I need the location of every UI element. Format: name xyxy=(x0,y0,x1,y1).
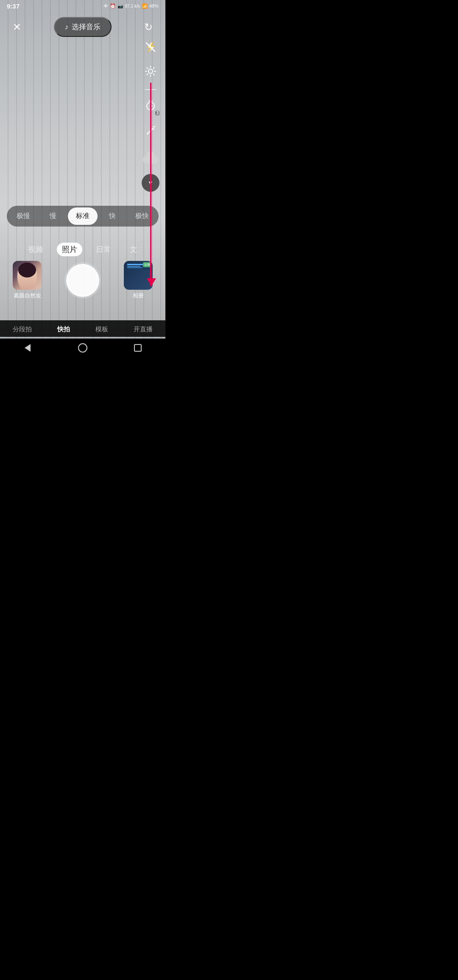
speed-very-fast[interactable]: 极快 xyxy=(127,207,157,225)
beauty-thumb-image xyxy=(13,261,42,290)
status-icons: 👁 ⏰ 📷 87.1 k/s 📶 48% xyxy=(103,3,159,9)
settings-button[interactable] xyxy=(142,64,159,81)
nav-live[interactable]: 开直播 xyxy=(134,325,153,333)
close-icon: ✕ xyxy=(13,21,21,33)
red-arrow-annotation xyxy=(150,83,151,286)
red-arrow-head xyxy=(147,278,156,286)
status-bar: 9:37 👁 ⏰ 📷 87.1 k/s 📶 48% xyxy=(0,0,165,12)
nav-back-button[interactable] xyxy=(19,342,36,354)
mode-tabs: 视频 照片 日常 文 xyxy=(0,243,165,256)
tab-text[interactable]: 文 xyxy=(125,243,142,256)
svg-text:✦: ✦ xyxy=(153,128,155,131)
signal-text: 87.1 k/s xyxy=(125,4,140,8)
back-icon xyxy=(25,344,31,352)
nav-template[interactable]: 模板 xyxy=(95,325,108,333)
speed-selector: 极慢 慢 标准 快 极快 xyxy=(0,206,165,227)
eye-icon: 👁 xyxy=(103,3,108,8)
tab-photo[interactable]: 照片 xyxy=(57,243,82,256)
app-container: 9:37 👁 ⏰ 📷 87.1 k/s 📶 48% ✕ ♪ 选择音乐 ↻ ⚡ xyxy=(0,0,165,358)
status-time: 9:37 xyxy=(7,3,20,10)
gallery-label: 素颜自然妆 xyxy=(14,292,41,300)
bottom-nav: 分段拍 快拍 模板 开直播 xyxy=(0,320,165,337)
close-button[interactable]: ✕ xyxy=(8,19,25,36)
nav-quick-shoot[interactable]: 快拍 xyxy=(57,325,70,333)
nav-home-button[interactable] xyxy=(74,342,91,354)
speed-slow[interactable]: 慢 xyxy=(38,207,68,225)
camera-icon: 📷 xyxy=(117,3,123,9)
svg-text:✦: ✦ xyxy=(154,125,156,128)
speed-very-slow[interactable]: 极慢 xyxy=(8,207,38,225)
speed-fast[interactable]: 快 xyxy=(98,207,127,225)
flash-button[interactable]: ⚡ xyxy=(142,38,159,56)
refresh-icon: ↻ xyxy=(144,21,153,33)
viewfinder xyxy=(0,0,165,358)
music-icon: ♪ xyxy=(65,23,69,31)
gallery-beauty-thumb[interactable]: 素颜自然妆 xyxy=(13,261,42,300)
tab-daily[interactable]: 日常 xyxy=(91,243,116,256)
wifi-icon: 📶 xyxy=(142,3,148,9)
music-button[interactable]: ♪ 选择音乐 xyxy=(54,17,112,37)
timer-badge: 3 xyxy=(155,111,159,115)
nav-live-label: 开直播 xyxy=(134,325,153,333)
tab-video[interactable]: 视频 xyxy=(23,243,48,256)
alarm-icon: ⏰ xyxy=(110,3,116,9)
flip-camera-button[interactable]: ↻ xyxy=(140,19,157,36)
nav-template-label: 模板 xyxy=(95,325,108,333)
shutter-button[interactable] xyxy=(66,264,99,297)
flash-off-icon xyxy=(145,42,156,53)
recents-icon xyxy=(134,344,142,352)
top-controls: ✕ ♪ 选择音乐 ↻ xyxy=(0,12,165,42)
speed-normal[interactable]: 标准 xyxy=(68,207,98,225)
svg-point-1 xyxy=(148,69,153,73)
album-label: 相册 xyxy=(133,292,144,300)
system-nav xyxy=(0,339,165,358)
nav-segment-label: 分段拍 xyxy=(13,325,32,333)
home-icon xyxy=(78,343,87,353)
nav-quick-label: 快拍 xyxy=(57,325,70,333)
nav-recents-button[interactable] xyxy=(129,342,146,354)
camera-row: 素颜自然妆 直播 相册 xyxy=(0,261,165,300)
nav-segment-shoot[interactable]: 分段拍 xyxy=(13,325,32,333)
svg-line-5 xyxy=(147,129,152,134)
gear-icon xyxy=(145,65,156,80)
music-label: 选择音乐 xyxy=(72,22,101,32)
battery-text: 48% xyxy=(149,3,159,8)
